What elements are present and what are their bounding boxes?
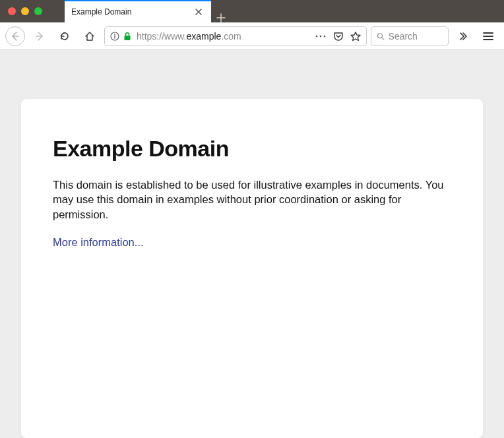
home-icon xyxy=(84,31,95,42)
page-body: This domain is established to be used fo… xyxy=(53,177,451,222)
maximize-window-button[interactable] xyxy=(34,7,42,15)
plus-icon xyxy=(216,13,226,22)
url-bar[interactable]: https://www.example.com xyxy=(104,26,367,46)
svg-rect-2 xyxy=(125,36,131,40)
svg-point-3 xyxy=(316,35,318,37)
close-window-button[interactable] xyxy=(8,7,16,15)
chevrons-right-icon xyxy=(458,31,468,42)
url-suffix: .com xyxy=(221,31,241,42)
new-tab-button[interactable] xyxy=(211,13,231,22)
hamburger-icon xyxy=(483,32,493,41)
search-input[interactable] xyxy=(389,31,443,42)
svg-point-5 xyxy=(324,35,326,37)
site-identity[interactable] xyxy=(110,32,131,41)
svg-point-4 xyxy=(320,35,322,37)
home-button[interactable] xyxy=(79,26,100,47)
reload-icon xyxy=(59,31,70,42)
page-actions-button[interactable] xyxy=(315,34,327,38)
arrow-left-icon xyxy=(10,31,20,42)
url-prefix: https://www. xyxy=(137,31,186,42)
arrow-right-icon xyxy=(34,31,45,42)
pocket-icon xyxy=(333,31,344,42)
window-controls xyxy=(0,0,50,22)
url-host: example xyxy=(186,31,221,42)
more-information-link[interactable]: More information... xyxy=(53,236,144,248)
url-text: https://www.example.com xyxy=(137,31,309,42)
page-viewport: Example Domain This domain is establishe… xyxy=(0,50,504,438)
tab-title: Example Domain xyxy=(71,7,193,16)
url-actions xyxy=(315,31,361,42)
minimize-window-button[interactable] xyxy=(21,7,29,15)
titlebar: Example Domain xyxy=(0,0,504,22)
close-tab-button[interactable] xyxy=(193,6,205,18)
search-box[interactable] xyxy=(371,26,449,46)
ellipsis-icon xyxy=(315,34,327,38)
svg-point-1 xyxy=(114,34,115,35)
star-icon xyxy=(350,31,361,42)
back-button[interactable] xyxy=(5,26,25,46)
toolbar: https://www.example.com xyxy=(0,22,504,50)
page-heading: Example Domain xyxy=(53,136,451,162)
menu-button[interactable] xyxy=(478,26,499,47)
info-icon xyxy=(110,32,119,41)
content-card: Example Domain This domain is establishe… xyxy=(21,99,483,438)
pocket-button[interactable] xyxy=(333,31,344,42)
close-icon xyxy=(195,8,203,16)
tab-active[interactable]: Example Domain xyxy=(65,0,211,22)
bookmark-button[interactable] xyxy=(350,31,361,42)
lock-icon xyxy=(123,32,131,41)
overflow-button[interactable] xyxy=(453,26,474,47)
forward-button[interactable] xyxy=(29,26,50,47)
reload-button[interactable] xyxy=(54,26,75,47)
search-icon xyxy=(377,32,385,41)
tab-strip: Example Domain xyxy=(65,0,231,22)
